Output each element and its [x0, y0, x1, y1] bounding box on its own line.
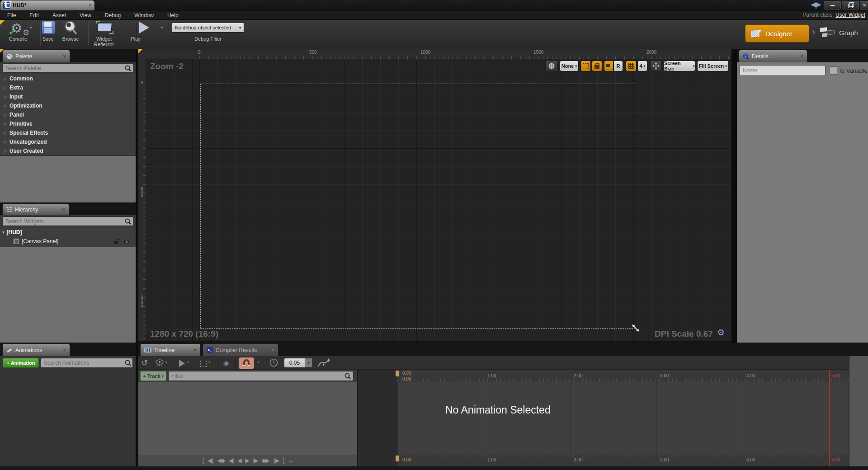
expander-icon[interactable]: ▷ — [4, 103, 7, 108]
menu-help[interactable]: Help — [165, 12, 180, 19]
transform-widget-button[interactable] — [650, 61, 662, 71]
playhead-marker[interactable] — [396, 456, 399, 461]
snap-interval-dropdown[interactable]: 0.05 ▾ — [284, 358, 313, 368]
snapping-magnet-button[interactable] — [239, 357, 254, 369]
add-track-button[interactable]: + Track ▾ — [140, 371, 166, 381]
menu-file[interactable]: File — [5, 12, 18, 19]
playhead-marker[interactable] — [396, 371, 399, 376]
to-end-button[interactable]: ] — [283, 457, 284, 464]
chevron-down-icon[interactable]: ▾ — [165, 360, 167, 364]
previous-frame-button[interactable]: ◀| — [229, 457, 233, 464]
respect-locks-button[interactable] — [604, 61, 613, 71]
expander-icon[interactable]: ▷ — [4, 76, 7, 81]
restore-button[interactable] — [842, 1, 859, 9]
menu-view[interactable]: View — [78, 12, 93, 19]
close-tab-icon[interactable]: × — [267, 347, 274, 353]
close-tab-icon[interactable]: × — [57, 207, 65, 213]
debug-filter-dropdown[interactable]: No debug object selected ▾ — [172, 23, 244, 33]
menu-window[interactable]: Window — [132, 12, 156, 19]
visibility-eye-icon[interactable] — [123, 240, 130, 244]
graph-mode-button[interactable]: Graph — [819, 26, 858, 39]
grid-snap-size-dropdown[interactable]: 4▾ — [637, 61, 647, 71]
track-filter-input[interactable] — [168, 371, 354, 381]
play-button[interactable] — [139, 22, 149, 33]
screen-size-dropdown[interactable]: Screen Size▾ — [664, 61, 695, 71]
palette-category-extra[interactable]: ▷Extra — [0, 83, 136, 92]
dpi-settings-gear-icon[interactable]: ⚙ — [717, 327, 725, 338]
document-tab-hud[interactable]: HUD* × — [0, 0, 95, 10]
tab-timeline[interactable]: Timeline × — [140, 343, 201, 356]
close-tab-icon[interactable]: × — [189, 347, 197, 353]
palette-category-panel[interactable]: ▷Panel — [0, 110, 136, 119]
tree-row-hud[interactable]: ▾ [HUD] — [0, 228, 136, 237]
widget-name-input[interactable] — [740, 65, 826, 76]
menu-asset[interactable]: Asset — [51, 12, 68, 19]
end-time-marker[interactable] — [829, 370, 830, 466]
expander-icon[interactable]: ▷ — [4, 149, 7, 153]
resize-handle-icon[interactable] — [631, 324, 640, 333]
minimize-button[interactable] — [824, 1, 841, 9]
widget-reflector-button[interactable] — [95, 21, 115, 34]
fill-screen-dropdown[interactable]: Fill Screen▾ — [697, 61, 729, 71]
expander-icon[interactable]: ▷ — [4, 85, 7, 90]
sequencer-track-area[interactable] — [397, 382, 849, 455]
compile-button[interactable]: ⚙ ⚙ ✓ — [7, 20, 36, 48]
jump-to-start-button[interactable]: ◀|| — [208, 457, 213, 464]
track-list-empty[interactable] — [138, 382, 357, 455]
tab-details[interactable]: i Details × — [739, 50, 807, 62]
panel-splitter[interactable] — [731, 49, 737, 343]
expanded-icon[interactable]: ▾ — [2, 230, 5, 235]
loop-mode-button[interactable]: → — [288, 457, 293, 464]
localization-preview-button[interactable] — [545, 61, 558, 71]
tab-animations[interactable]: Animations × — [2, 343, 70, 356]
expander-icon[interactable]: ▷ — [4, 122, 7, 126]
close-tab-icon[interactable]: × — [58, 347, 66, 353]
palette-category-user-created[interactable]: ▷User Created — [0, 146, 136, 155]
tab-hierarchy[interactable]: Hierarchy × — [2, 203, 69, 215]
palette-category-primitive[interactable]: ▷Primitive — [0, 119, 136, 128]
flow-direction-dropdown[interactable]: None▾ — [560, 61, 579, 71]
play-reverse-button[interactable]: ◀ — [237, 457, 241, 464]
tab-palette[interactable]: Palette × — [2, 50, 70, 62]
menu-debug[interactable]: Debug — [103, 12, 123, 19]
hierarchy-search-input[interactable] — [2, 216, 133, 226]
view-options-eye-icon[interactable] — [156, 359, 165, 367]
palette-category-common[interactable]: ▷Common — [0, 74, 136, 83]
grid-snapping-button[interactable] — [626, 61, 637, 71]
compile-options-caret-icon[interactable]: ▾ — [30, 25, 32, 30]
is-variable-checkbox[interactable] — [829, 66, 837, 75]
parent-class-value[interactable]: User Widget — [835, 12, 865, 18]
sequencer-scrollbar-gutter[interactable] — [849, 356, 868, 466]
expander-icon[interactable]: ▷ — [4, 113, 7, 117]
playback-options-icon[interactable] — [179, 360, 185, 367]
chevron-down-icon[interactable]: ▾ — [187, 360, 189, 364]
chevron-down-icon[interactable]: ▾ — [208, 360, 210, 364]
expander-icon[interactable]: ▷ — [4, 140, 7, 144]
animations-search-input[interactable] — [41, 358, 133, 368]
close-window-button[interactable]: × — [860, 1, 868, 9]
chevron-down-icon[interactable]: ▾ — [258, 360, 259, 364]
next-frame-button[interactable]: |▶ — [253, 457, 258, 464]
animations-list-empty[interactable] — [0, 371, 136, 466]
curve-editor-icon[interactable] — [317, 357, 330, 368]
sequencer-ruler-bottom[interactable] — [397, 455, 849, 466]
tutorial-icon[interactable] — [810, 1, 822, 9]
close-tab-icon[interactable]: × — [796, 53, 803, 60]
lock-widgets-button[interactable] — [592, 61, 602, 71]
palette-category-optimization[interactable]: ▷Optimization — [0, 101, 136, 110]
expander-icon[interactable]: ▷ — [4, 131, 7, 135]
tab-compiler-results[interactable]: >_ Compiler Results × — [203, 343, 278, 356]
jump-to-end-button[interactable]: ||▶ — [274, 457, 279, 464]
play-options-caret-icon[interactable]: ▾ — [161, 25, 163, 30]
expander-icon[interactable]: ▷ — [4, 94, 7, 99]
time-snap-clock-icon[interactable] — [269, 358, 278, 367]
design-area-outline[interactable] — [200, 84, 635, 329]
close-tab-icon[interactable]: × — [58, 53, 66, 60]
close-tab-icon[interactable]: × — [89, 2, 92, 9]
sequencer-ruler-top[interactable] — [397, 370, 849, 382]
designer-mode-button[interactable]: Designer — [745, 24, 809, 42]
to-front-button[interactable]: [ — [203, 457, 203, 464]
reset-view-icon[interactable]: ↺ — [141, 358, 148, 368]
palette-category-input[interactable]: ▷Input — [0, 92, 136, 101]
palette-category-uncategorized[interactable]: ▷Uncategorized — [0, 137, 136, 146]
